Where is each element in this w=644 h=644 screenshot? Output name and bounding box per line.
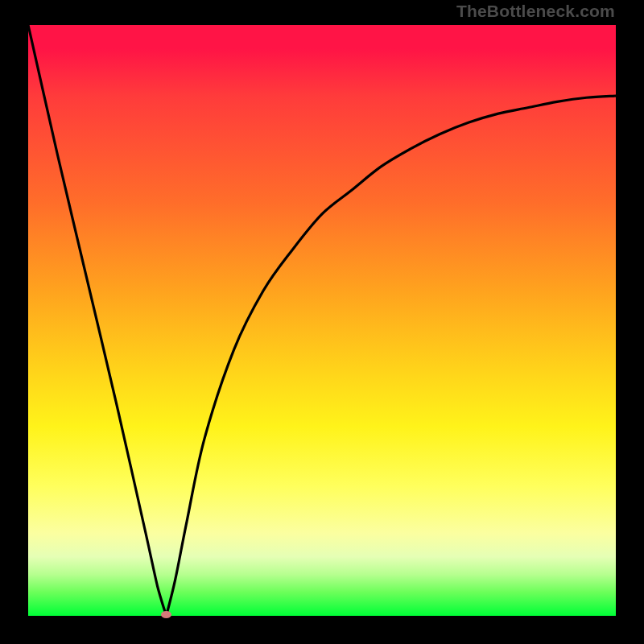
minimum-marker — [161, 611, 171, 618]
plot-area — [28, 25, 616, 616]
attribution-label: TheBottleneck.com — [456, 2, 615, 21]
bottleneck-curve-svg — [28, 25, 616, 616]
chart-frame: TheBottleneck.com — [0, 0, 644, 644]
bottleneck-curve — [28, 25, 616, 616]
